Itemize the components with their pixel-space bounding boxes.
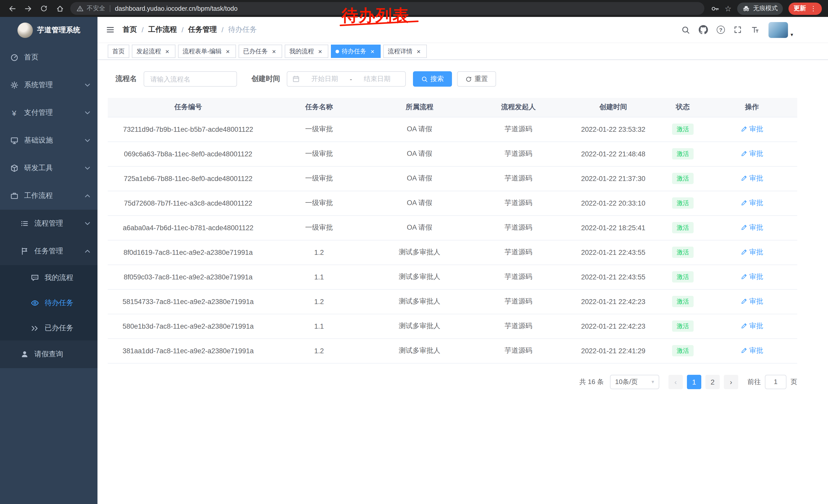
tab-done-task[interactable]: 已办任务 × — [239, 45, 282, 58]
approve-button[interactable]: 审批 — [741, 149, 763, 158]
approve-button[interactable]: 审批 — [741, 174, 763, 183]
main-panel: 首页 / 工作流程 / 任务管理 / 待办任务 ? — [97, 17, 828, 504]
cell-status: 激活 — [659, 215, 707, 240]
search-button[interactable]: 搜索 — [413, 71, 452, 87]
github-link-button[interactable] — [699, 25, 708, 34]
sidebar-item-infrastructure[interactable]: 基础设施 — [0, 127, 97, 154]
approve-button[interactable]: 审批 — [741, 248, 763, 257]
browser-back-button[interactable] — [5, 2, 19, 15]
header-search-button[interactable] — [681, 26, 690, 34]
cell-actions: 审批 — [706, 215, 797, 240]
table-row: 8f059c03-7ac8-11ec-a9e2-a2380e71991a 1.1… — [108, 265, 797, 289]
sidebar-toggle-button[interactable] — [106, 26, 115, 34]
close-icon[interactable]: × — [271, 48, 278, 55]
browser-forward-button[interactable] — [20, 2, 35, 15]
tab-my-process[interactable]: 我的流程 × — [285, 45, 328, 58]
reset-icon — [465, 76, 472, 82]
close-icon[interactable]: × — [164, 48, 171, 55]
start-date-placeholder[interactable]: 开始日期 — [302, 74, 348, 84]
sidebar-item-todo-task[interactable]: 待办任务 — [0, 290, 97, 315]
sidebar-item-my-process[interactable]: 我的流程 — [0, 265, 97, 290]
table-row: 725a1eb6-7b88-11ec-8ef0-acde48001122 一级审… — [108, 166, 797, 191]
help-button[interactable]: ? — [717, 26, 725, 34]
approve-button[interactable]: 审批 — [741, 272, 763, 281]
sidebar-item-process-management[interactable]: 流程管理 — [0, 210, 97, 237]
approve-button[interactable]: 审批 — [741, 198, 763, 208]
sidebar-item-task-management[interactable]: 任务管理 — [0, 237, 97, 265]
status-badge: 激活 — [672, 173, 694, 184]
next-page-button[interactable]: › — [724, 374, 738, 389]
url-text: dashboard.yudao.iocoder.cn/bpm/task/todo — [115, 5, 238, 12]
cell-task-id: 8f0d1619-7ac8-11ec-a9e2-a2380e71991a — [108, 240, 268, 265]
sidebar-item-dev-tools[interactable]: 研发工具 — [0, 154, 97, 182]
process-name-input[interactable] — [143, 71, 237, 87]
sidebar-item-home[interactable]: 首页 — [0, 44, 97, 71]
cell-task-name: 一级审批 — [268, 215, 370, 240]
tab-form-edit[interactable]: 流程表单-编辑 × — [178, 45, 236, 58]
tab-todo-task[interactable]: 待办任务 × — [331, 45, 381, 58]
bookmark-star-button[interactable]: ☆ — [724, 4, 732, 13]
fullscreen-button[interactable] — [734, 26, 742, 34]
close-icon[interactable]: × — [317, 48, 324, 55]
sidebar: 芋道管理系统 首页 系统管理 ¥ 支付管理 基础设施 — [0, 17, 97, 504]
cell-task-name: 一级审批 — [268, 117, 370, 141]
sidebar-item-done-task[interactable]: 已办任务 — [0, 315, 97, 340]
font-size-button[interactable] — [750, 26, 760, 34]
approve-label: 审批 — [749, 174, 763, 183]
browser-update-button[interactable]: 更新 ⋮ — [788, 2, 822, 15]
cell-starter: 芋道源码 — [469, 338, 567, 363]
page-button-1[interactable]: 1 — [687, 374, 701, 389]
tab-process-detail[interactable]: 流程详情 × — [383, 45, 427, 58]
goto-page-input[interactable] — [765, 374, 786, 389]
security-chip[interactable]: 不安全 — [76, 4, 105, 13]
approve-label: 审批 — [749, 346, 763, 355]
approve-label: 审批 — [749, 272, 763, 281]
create-time-label: 创建时间 — [251, 74, 280, 84]
cell-created-time: 2022-01-21 22:42:23 — [567, 314, 659, 338]
end-date-placeholder[interactable]: 结束日期 — [354, 74, 400, 84]
cell-task-name: 1.2 — [268, 338, 370, 363]
edit-icon — [741, 348, 747, 354]
sidebar-item-workflow[interactable]: 工作流程 — [0, 182, 97, 210]
password-key-button[interactable] — [711, 4, 719, 12]
page-button-2[interactable]: 2 — [705, 374, 720, 389]
approve-button[interactable]: 审批 — [741, 321, 763, 331]
browser-home-button[interactable] — [52, 2, 67, 15]
cell-process: OA 请假 — [370, 191, 470, 215]
approve-button[interactable]: 审批 — [741, 125, 763, 134]
breadcrumb-task-management[interactable]: 任务管理 — [188, 25, 217, 34]
approve-button[interactable]: 审批 — [741, 223, 763, 232]
cell-starter: 芋道源码 — [469, 289, 567, 314]
user-menu[interactable]: ▾ — [769, 22, 793, 38]
address-bar[interactable]: 不安全 dashboard.yudao.iocoder.cn/bpm/task/… — [70, 2, 704, 15]
app-logo[interactable]: 芋道管理系统 — [0, 17, 97, 44]
search-icon — [421, 76, 428, 82]
prev-page-button[interactable]: ‹ — [668, 374, 683, 389]
reset-button[interactable]: 重置 — [457, 71, 496, 87]
approve-button[interactable]: 审批 — [741, 297, 763, 306]
approve-button[interactable]: 审批 — [741, 346, 763, 355]
tab-label: 我的流程 — [289, 47, 314, 56]
page-size-select[interactable]: 10条/页 ▾ — [610, 374, 659, 389]
search-button-label: 搜索 — [430, 74, 444, 84]
sidebar-item-payment-management[interactable]: ¥ 支付管理 — [0, 99, 97, 127]
logo-avatar — [17, 22, 33, 38]
chevron-up-icon — [85, 194, 90, 198]
close-icon[interactable]: × — [369, 48, 376, 55]
breadcrumb-home[interactable]: 首页 — [123, 25, 137, 34]
total-count-label: 共 16 条 — [579, 377, 604, 386]
edit-icon — [741, 249, 747, 256]
breadcrumb-workflow[interactable]: 工作流程 — [148, 25, 177, 34]
approve-label: 审批 — [749, 125, 763, 134]
sidebar-item-system-management[interactable]: 系统管理 — [0, 71, 97, 99]
browser-refresh-button[interactable] — [36, 2, 51, 15]
date-range-picker[interactable]: 开始日期 - 结束日期 — [287, 71, 406, 87]
hamburger-icon — [106, 26, 115, 34]
browser-menu-icon[interactable]: ⋮ — [810, 5, 817, 12]
sidebar-item-leave-query[interactable]: 请假查询 — [0, 340, 97, 368]
header-starter: 流程发起人 — [469, 98, 567, 117]
close-icon[interactable]: × — [415, 48, 422, 55]
tab-start-process[interactable]: 发起流程 × — [132, 45, 175, 58]
close-icon[interactable]: × — [224, 48, 232, 55]
tab-home[interactable]: 首页 — [108, 45, 129, 58]
